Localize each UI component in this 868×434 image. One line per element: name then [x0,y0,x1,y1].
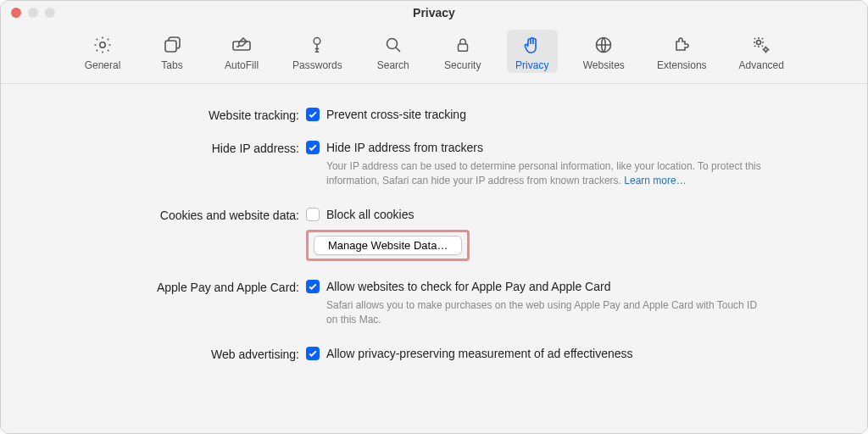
window-controls [11,8,55,18]
magnifier-icon [381,33,405,57]
label-apple-pay: Apple Pay and Apple Card: [52,280,306,294]
checkbox-block-cookies-label: Block all cookies [326,208,415,221]
tab-passwords-label: Passwords [292,59,342,71]
tab-advanced[interactable]: Advanced [732,30,791,73]
tab-tabs[interactable]: Tabs [147,30,198,73]
svg-point-8 [765,48,768,52]
checkbox-block-cookies[interactable] [306,208,320,221]
checkbox-hide-ip[interactable] [306,141,320,154]
tab-extensions[interactable]: Extensions [650,30,714,73]
pencil-field-icon [230,33,253,57]
tab-autofill-label: AutoFill [225,59,259,71]
titlebar: Privacy [1,1,867,25]
tab-privacy[interactable]: Privacy [507,30,558,73]
tab-tabs-label: Tabs [161,59,182,71]
tab-security[interactable]: Security [437,30,488,73]
label-website-tracking: Website tracking: [52,108,306,122]
row-website-tracking: Website tracking: Prevent cross-site tra… [52,108,816,122]
help-apple-pay: Safari allows you to make purchases on t… [306,298,764,328]
gears-icon [749,33,773,57]
checkbox-web-advertising[interactable] [306,347,320,360]
zoom-window-button[interactable] [45,8,55,18]
label-web-advertising: Web advertising: [52,347,306,361]
tab-security-label: Security [444,59,481,71]
learn-more-link[interactable]: Learn more… [624,175,686,186]
checkbox-apple-pay[interactable] [306,280,320,293]
tab-advanced-label: Advanced [739,59,784,71]
checkbox-apple-pay-label: Allow websites to check for Apple Pay an… [326,280,610,293]
puzzle-icon [670,33,693,57]
checkbox-prevent-cross-site[interactable] [306,108,320,121]
row-web-advertising: Web advertising: Allow privacy-preservin… [52,347,816,361]
tab-general[interactable]: General [77,30,128,73]
label-cookies: Cookies and website data: [52,208,306,222]
privacy-pane: Website tracking: Prevent cross-site tra… [1,84,867,361]
tab-websites-label: Websites [583,59,625,71]
tab-search-label: Search [377,59,409,71]
tab-general-label: General [85,59,121,71]
svg-rect-5 [458,44,467,51]
window-title: Privacy [413,6,455,19]
checkbox-web-advertising-label: Allow privacy-preserving measurement of … [326,347,633,360]
help-hide-ip: Your IP address can be used to determine… [306,159,764,189]
svg-point-4 [387,39,397,49]
gear-icon [91,33,114,57]
label-hide-ip: Hide IP address: [52,141,306,155]
tab-passwords[interactable]: Passwords [286,30,349,73]
tabs-icon [160,33,184,57]
lock-icon [451,33,475,57]
svg-point-0 [100,42,105,47]
row-apple-pay: Apple Pay and Apple Card: Allow websites… [52,280,816,328]
tab-autofill[interactable]: AutoFill [216,30,267,73]
tab-search[interactable]: Search [368,30,419,73]
hand-icon [520,33,544,57]
row-hide-ip: Hide IP address: Hide IP address from tr… [52,141,816,189]
globe-icon [592,33,615,57]
svg-point-3 [314,38,321,45]
checkbox-hide-ip-label: Hide IP address from trackers [326,141,483,154]
preferences-window: Privacy General Tabs AutoFill Passw [0,0,868,434]
tab-privacy-label: Privacy [515,59,548,71]
svg-point-7 [757,41,761,45]
svg-rect-1 [165,41,176,52]
row-cookies: Cookies and website data: Block all cook… [52,208,816,261]
preferences-toolbar: General Tabs AutoFill Passwords Search [1,25,867,84]
checkbox-prevent-cross-site-label: Prevent cross-site tracking [326,108,466,121]
manage-website-data-button[interactable]: Manage Website Data… [314,236,462,255]
close-window-button[interactable] [11,8,21,18]
key-icon [305,33,329,57]
minimize-window-button[interactable] [28,8,38,18]
highlight-box: Manage Website Data… [306,230,470,261]
tab-extensions-label: Extensions [657,59,707,71]
tab-websites[interactable]: Websites [576,30,632,73]
